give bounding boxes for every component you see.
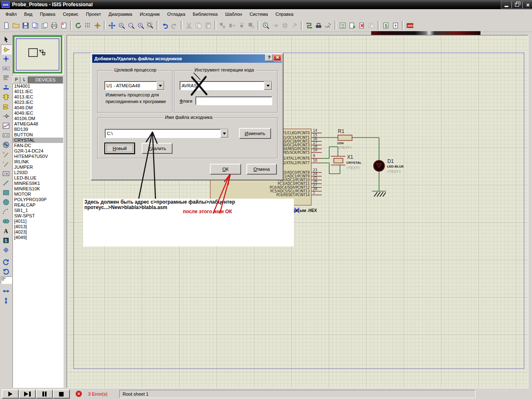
design-explorer-icon[interactable] [338,20,347,30]
tape-recorder-icon[interactable]: e_9 [1,131,11,140]
code-tool-combo[interactable]: AVRASM [180,81,272,90]
menu-item[interactable]: Правка [36,10,59,18]
component-icon[interactable] [1,44,12,54]
2d-circle-icon[interactable] [1,197,11,207]
minimize-button[interactable] [501,1,512,9]
device-list-item[interactable]: MINRES10K [13,186,63,192]
mirror-v-icon[interactable] [1,296,11,305]
device-list-item[interactable]: FAN-DC [13,143,63,148]
pause-button[interactable] [36,389,53,399]
undo-icon[interactable] [160,20,170,30]
device-list[interactable]: 1N40014011.IEC4013.IEC4023.IEC4049.DM404… [12,83,64,388]
virtual-instrument-icon[interactable] [1,169,11,178]
led-d1[interactable] [374,160,384,171]
device-list-item[interactable]: SW-SPST [13,213,63,219]
flags-input[interactable] [195,96,272,105]
processor-combo[interactable]: U1 - ATMEGA48 [104,81,165,90]
wire-label-icon[interactable]: LBL [1,64,11,73]
device-list-item[interactable]: MINRES9K1 [13,181,63,186]
device-list-item[interactable]: 4011.IEC [13,89,63,94]
mirror-h-icon[interactable] [1,286,11,296]
source-file-combo-dropdown[interactable] [220,129,228,138]
error-count[interactable]: 3 Error(s) [88,392,107,397]
resistor-ref[interactable]: R1 [338,128,344,134]
menu-item[interactable]: Файл [2,10,20,18]
zoom-all-icon[interactable] [136,20,145,30]
device-list-item[interactable]: [4049] [13,235,63,240]
ok-button[interactable]: ОК [210,164,241,175]
rotation-angle-field[interactable]: 0° [1,276,12,284]
2d-text-icon[interactable]: A [1,226,11,235]
device-list-item[interactable]: 4049.DM [13,105,63,111]
device-list-item[interactable]: 4049.IEC [13,111,63,116]
restore-button[interactable] [512,1,522,9]
current-probe-icon[interactable]: I [1,159,11,168]
2d-symbol-icon[interactable]: S [1,236,11,245]
graph-icon[interactable] [1,121,11,130]
zoom-area-icon[interactable] [145,20,155,30]
subcircuit-icon[interactable] [1,92,11,101]
led-value[interactable]: LED-BLUE [387,165,404,168]
menu-item[interactable]: Справка [272,10,297,18]
import-section-icon[interactable] [30,20,40,30]
redraw-icon[interactable] [74,20,83,30]
processor-combo-dropdown[interactable] [156,81,164,90]
zoom-to-child-icon[interactable] [261,20,271,30]
new-file-icon[interactable] [2,20,11,30]
search-tag-icon[interactable] [314,20,323,30]
device-list-item[interactable]: MOTOR [13,192,63,197]
open-folder-icon[interactable] [11,20,21,30]
menu-item[interactable]: Исходник [136,10,163,18]
zoom-in-icon[interactable] [117,20,126,30]
bill-of-materials-icon[interactable]: $ [381,20,391,30]
step-button[interactable] [19,389,36,399]
device-list-item[interactable]: CRYSTAL [13,138,63,143]
zoom-out-icon[interactable] [126,20,136,30]
device-list-item[interactable]: LED-BLUE [13,175,63,181]
play-button[interactable] [2,389,19,399]
origin-icon[interactable] [93,20,102,30]
generator-icon[interactable] [1,140,11,149]
device-list-item[interactable]: 40106.DM [13,116,63,121]
menu-item[interactable]: Система [246,10,271,18]
crystal-value[interactable]: CRYSTAL [346,161,362,165]
device-list-item[interactable]: ATMEGA48 [13,121,63,127]
wire-autorouter-icon[interactable] [304,20,314,30]
change-button[interactable]: Изменить [239,128,271,139]
menu-item[interactable]: Вид [20,10,36,18]
device-list-item[interactable]: HITEMP47U50V [13,154,63,159]
new-button[interactable]: Новый [105,143,135,154]
new-sheet-icon[interactable] [347,20,357,30]
menu-item[interactable]: Сервис [59,10,82,18]
device-list-item[interactable]: [4023] [13,229,63,235]
error-icon[interactable]: × [76,391,82,397]
device-list-item[interactable]: 1N4001 [13,84,63,89]
menu-item[interactable]: Проект [82,10,105,18]
device-list-item[interactable]: [4013] [13,224,63,229]
device-list-item[interactable]: REALCAP [13,202,63,208]
device-list-item[interactable]: 4023.IEC [13,100,63,105]
device-list-item[interactable]: POLYPRO100P [13,197,63,202]
device-list-item[interactable]: G2R-14-DC24 [13,148,63,154]
junction-dot-icon[interactable] [1,54,11,63]
menu-item[interactable]: Библиотека [189,10,222,18]
menu-item[interactable]: Шаблон [222,10,246,18]
2d-line-icon[interactable] [1,178,11,187]
electrical-rule-check-icon[interactable] [391,20,400,30]
cancel-button[interactable]: Отмена [246,164,277,175]
rotate-cw-icon[interactable] [1,257,11,266]
source-file-combo[interactable]: C:\ [105,129,229,138]
pan-icon[interactable] [107,20,117,30]
save-icon[interactable] [21,20,30,30]
device-list-item[interactable]: L293D [13,170,63,175]
dialog-title-bar[interactable]: Добавить/Удалить файлы исходников [92,54,282,63]
toggle-grid-icon[interactable] [83,20,93,30]
terminal-icon[interactable] [1,102,11,111]
device-list-item[interactable]: JUMPER [13,165,63,170]
export-section-icon[interactable] [40,20,49,30]
device-list-item[interactable]: IRLINK [13,159,63,165]
resistor-r1[interactable] [338,135,352,140]
2d-marker-icon[interactable] [1,245,11,254]
2d-box-icon[interactable] [1,188,11,197]
remove-sheet-icon[interactable] [357,20,367,30]
